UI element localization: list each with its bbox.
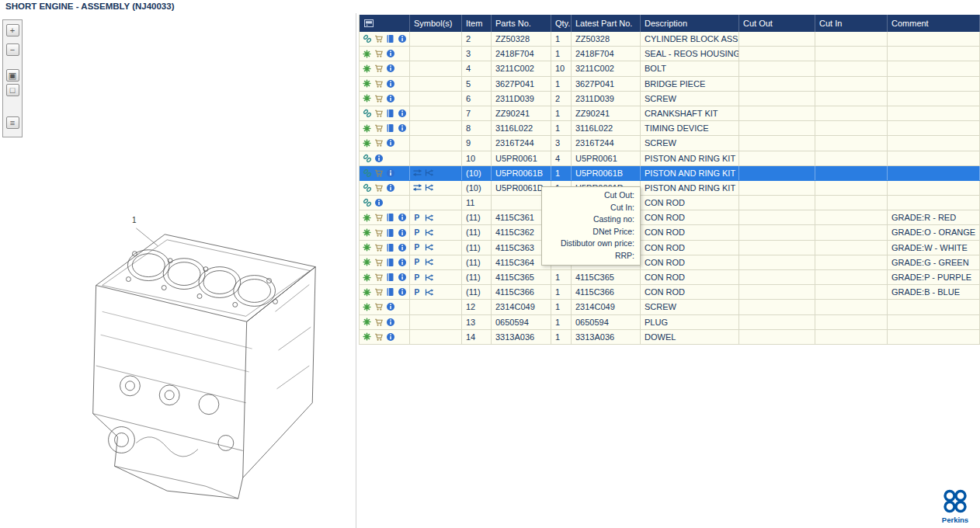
table-row[interactable]: P(11)4115C36614115C366CON RODGRADE:B - B… [360,285,980,300]
link-icon[interactable] [362,198,372,208]
info-icon[interactable] [385,138,395,148]
table-row[interactable]: 11CON ROD [360,196,980,210]
engine-diagram[interactable]: 1 [43,211,354,522]
cart-icon[interactable] [374,93,384,103]
table-row[interactable]: 62311D03922311D039SCREW [360,92,980,106]
info-icon[interactable] [374,198,384,208]
info-icon[interactable] [397,242,407,252]
book-icon[interactable] [385,228,395,238]
cart-icon[interactable] [374,138,384,148]
column-header-item[interactable]: Item [462,15,492,32]
add-icon[interactable] [362,317,372,327]
table-row[interactable]: 53627P04113627P041BRIDGE PIECE [360,77,980,92]
view-options-button[interactable]: ≡ [6,116,19,129]
zoom-in-button[interactable]: + [6,24,19,36]
info-icon[interactable] [397,34,407,44]
zoom-out-button[interactable]: − [6,43,19,56]
book-icon[interactable] [385,257,395,267]
info-icon[interactable] [385,332,395,342]
info-icon[interactable] [397,228,407,238]
cart-icon[interactable] [374,257,384,267]
table-row[interactable]: (10)U5PR0061B1U5PR0061BPISTON AND RING K… [360,166,980,181]
table-row[interactable]: P(11)4115C3611CON RODGRADE:R - RED [360,210,980,225]
column-header-latest-part-no[interactable]: Latest Part No. [572,15,641,32]
book-icon[interactable] [385,213,395,223]
column-header-description[interactable]: Description [641,15,739,32]
info-icon[interactable] [397,213,407,223]
cart-icon[interactable] [374,213,384,223]
add-icon[interactable] [362,257,372,267]
zoom-window-button[interactable]: ▣ [6,69,19,82]
link-icon[interactable] [362,153,372,163]
column-header-cut-in[interactable]: Cut In [815,15,888,32]
info-icon[interactable] [385,182,395,193]
table-row[interactable]: 122314C04912314C049SCREW [360,300,980,314]
add-icon[interactable] [362,138,372,148]
link-icon[interactable] [362,109,372,119]
table-row[interactable]: 2ZZ503281ZZ50328CYLINDER BLOCK ASSE [360,32,980,47]
info-icon[interactable] [397,273,407,283]
column-header-icons[interactable] [360,15,410,32]
cart-icon[interactable] [374,168,384,178]
zoom-fit-button[interactable]: □ [6,84,19,96]
column-header-qty[interactable]: Qty. [551,15,572,32]
info-icon[interactable] [385,302,395,312]
cart-icon[interactable] [374,273,384,283]
column-header-cut-out[interactable]: Cut Out [739,15,815,32]
column-header-parts-no[interactable]: Parts No. [492,15,551,32]
link-icon[interactable] [362,168,372,178]
cart-icon[interactable] [374,109,384,119]
info-icon[interactable] [385,64,395,74]
add-icon[interactable] [362,64,372,74]
book-icon[interactable] [385,242,395,252]
add-icon[interactable] [362,332,372,342]
table-row[interactable]: 83116L02213116L022TIMING DEVICE [360,121,980,136]
info-icon[interactable] [397,287,407,297]
book-icon[interactable] [385,34,395,44]
table-row[interactable]: 143313A03613313A036DOWEL [360,330,980,345]
add-icon[interactable] [362,242,372,252]
add-icon[interactable] [362,273,372,283]
link-icon[interactable] [362,182,372,193]
table-row[interactable]: P(11)4115C36414115C364CON RODGRADE:G - G… [360,255,980,270]
add-icon[interactable] [362,93,372,103]
cart-icon[interactable] [374,228,384,238]
cart-icon[interactable] [374,317,384,327]
book-icon[interactable] [385,273,395,283]
book-icon[interactable] [385,109,395,119]
add-icon[interactable] [362,78,372,89]
cart-icon[interactable] [374,287,384,297]
add-icon[interactable] [362,49,372,59]
info-icon[interactable] [397,123,407,134]
info-icon[interactable] [385,168,395,178]
column-header-comment[interactable]: Comment [888,15,980,32]
cart-icon[interactable] [374,302,384,312]
book-icon[interactable] [385,123,395,134]
cart-icon[interactable] [374,242,384,252]
table-row[interactable]: P(11)4115C3621CON RODGRADE:O - ORANGE [360,225,980,240]
table-row[interactable]: 10U5PR00614U5PR0061PISTON AND RING KIT [360,151,980,166]
link-icon[interactable] [362,34,372,44]
cart-icon[interactable] [374,64,384,74]
table-row[interactable]: 13065059410650594PLUG [360,315,980,330]
info-icon[interactable] [385,317,395,327]
table-row[interactable]: 92316T24432316T244SCREW [360,136,980,151]
table-row[interactable]: 32418F70412418F704SEAL - REOS HOUSING [360,47,980,61]
add-icon[interactable] [362,287,372,297]
add-icon[interactable] [362,213,372,223]
cart-icon[interactable] [374,123,384,134]
add-icon[interactable] [362,123,372,134]
book-icon[interactable] [385,287,395,297]
info-icon[interactable] [397,109,407,119]
column-header-symbol-s[interactable]: Symbol(s) [410,15,462,32]
cart-icon[interactable] [374,182,384,193]
add-icon[interactable] [362,302,372,312]
info-icon[interactable] [374,153,384,163]
cart-icon[interactable] [374,34,384,44]
table-row[interactable]: (10)U5PR0061D1U5PR0061DPISTON AND RING K… [360,181,980,196]
info-icon[interactable] [385,93,395,103]
info-icon[interactable] [385,49,395,59]
cart-icon[interactable] [374,78,384,89]
table-row[interactable]: P(11)4115C3631CON RODGRADE:W - WHITE [360,241,980,255]
table-row[interactable]: 7ZZ902411ZZ90241CRANKSHAFT KIT [360,106,980,121]
